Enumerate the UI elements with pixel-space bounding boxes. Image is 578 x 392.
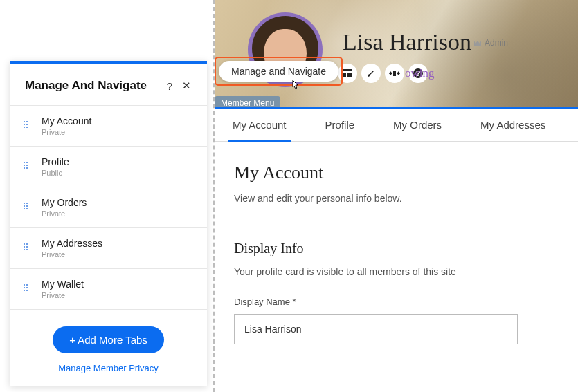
page-title: My Account — [234, 162, 564, 183]
display-name-input[interactable] — [234, 314, 518, 344]
panel-tab-list: My Account Private Profile Public My Ord… — [10, 105, 207, 310]
close-icon: ✕ — [182, 80, 191, 92]
manage-navigate-label: Manage and Navigate — [231, 66, 326, 77]
manage-navigate-panel: Manage And Navigate ? ✕ My Account Priva… — [10, 61, 207, 386]
panel-tab-label: My Account — [42, 115, 91, 127]
panel-tab-profile[interactable]: Profile Public — [10, 146, 207, 187]
panel-tab-privacy: Private — [42, 209, 87, 218]
main-content: My Account View and edit your personal i… — [234, 162, 564, 344]
panel-close-button[interactable]: ✕ — [178, 77, 195, 94]
panel-tab-privacy: Private — [42, 250, 102, 259]
add-more-tabs-button[interactable]: + Add More Tabs — [53, 326, 164, 353]
svg-rect-3 — [393, 71, 396, 76]
panel-tab-label: My Addresses — [42, 238, 102, 249]
svg-rect-1 — [343, 73, 346, 77]
stretch-icon — [389, 68, 400, 78]
panel-help-button[interactable]: ? — [161, 77, 178, 94]
content-divider — [234, 221, 564, 221]
tab-my-addresses[interactable]: My Addresses — [480, 109, 545, 141]
manage-navigate-highlight: Manage and Navigate — [215, 57, 343, 86]
member-menu-tag: Member Menu — [215, 96, 280, 107]
layout-icon — [343, 68, 352, 78]
manage-member-privacy-link[interactable]: Manage Member Privacy — [58, 363, 159, 373]
panel-footer: + Add More Tabs Manage Member Privacy — [10, 310, 207, 386]
panel-tab-privacy: Private — [42, 128, 91, 136]
panel-tab-label: My Wallet — [42, 279, 84, 290]
drag-handle-icon[interactable] — [24, 121, 30, 131]
tab-profile[interactable]: Profile — [325, 109, 355, 141]
svg-rect-0 — [343, 69, 352, 71]
member-tabs-nav: My Account Profile My Orders My Addresse… — [215, 107, 578, 142]
section-title-display-info: Display Info — [234, 241, 564, 256]
panel-tab-my-account[interactable]: My Account Private — [10, 105, 207, 146]
manage-navigate-button[interactable]: Manage and Navigate — [219, 61, 338, 82]
panel-tab-label: Profile — [42, 156, 69, 167]
panel-tab-privacy: Private — [42, 291, 84, 299]
section-description: Your profile card is visible to all memb… — [234, 266, 564, 277]
svg-rect-2 — [347, 73, 352, 77]
panel-tab-privacy: Public — [42, 169, 69, 177]
page-subtitle: View and edit your personal info below. — [234, 193, 564, 204]
tab-my-account[interactable]: My Account — [233, 109, 287, 141]
panel-tab-my-orders[interactable]: My Orders Private — [10, 187, 207, 227]
panel-tab-my-addresses[interactable]: My Addresses Private — [10, 227, 207, 268]
drag-handle-icon[interactable] — [24, 243, 30, 253]
profile-username: Lisa Harrison — [343, 29, 471, 55]
question-icon: ? — [167, 80, 172, 92]
display-name-label: Display Name * — [234, 297, 564, 307]
panel-tab-label: My Orders — [42, 197, 87, 208]
drag-handle-icon[interactable] — [24, 162, 30, 171]
admin-label: Admin — [485, 38, 508, 48]
profile-hero-banner: Lisa Harrison Admin ? owing Manage and N… — [215, 0, 578, 107]
admin-badge: Admin — [473, 38, 508, 48]
crown-icon — [473, 39, 482, 46]
tab-my-orders[interactable]: My Orders — [393, 109, 442, 141]
drag-handle-icon[interactable] — [24, 203, 30, 212]
design-button[interactable] — [361, 64, 381, 83]
following-fragment: owing — [405, 66, 435, 80]
brush-icon — [366, 68, 376, 78]
stretch-button[interactable] — [385, 64, 404, 83]
panel-tab-my-wallet[interactable]: My Wallet Private — [10, 268, 207, 310]
drag-handle-icon[interactable] — [24, 284, 30, 294]
panel-title: Manage And Navigate — [25, 79, 161, 93]
panel-header: Manage And Navigate ? ✕ — [10, 64, 207, 105]
